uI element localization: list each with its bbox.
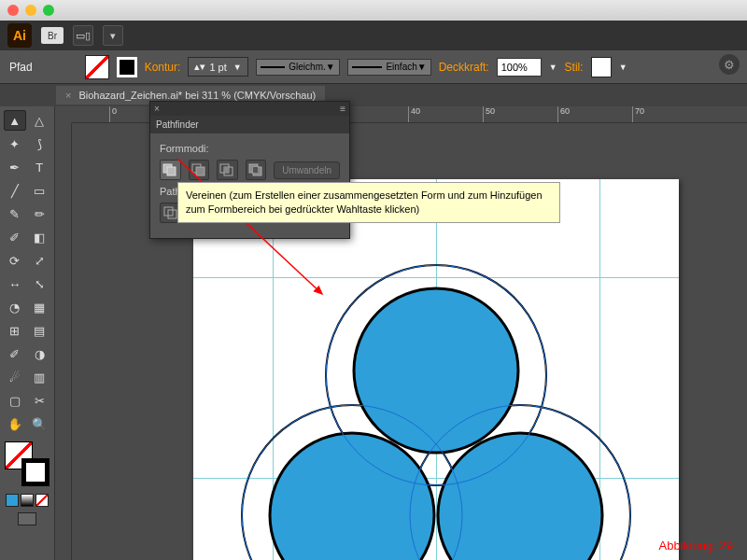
fill-swatch[interactable] [85,55,109,79]
stroke-color-swatch[interactable] [21,458,49,486]
width-profile-label: Gleichm. [289,62,325,72]
lasso-tool[interactable]: ⟆ [29,133,51,154]
close-panel-icon[interactable]: × [154,104,160,114]
style-label: Stil: [565,61,584,74]
stroke-weight-value: 1 pt [209,62,226,73]
selection-type-label: Pfad [9,61,33,74]
pen-tool[interactable]: ✒ [4,157,26,177]
artboard-tool[interactable]: ▢ [4,390,26,411]
window-titlebar [0,0,747,21]
width-profile-dropdown[interactable]: Gleichm.▼ [256,59,340,76]
blob-brush-tool[interactable]: ✐ [4,227,26,247]
window-controls [7,5,54,16]
ruler-tick: 0 [109,106,117,122]
eraser-tool[interactable]: ◧ [29,227,51,247]
stroke-weight-input[interactable]: ▴▾1 pt▼ [188,57,247,77]
direct-selection-tool[interactable]: △ [29,110,50,131]
svg-rect-10 [167,167,176,175]
scale-tool[interactable]: ⤢ [29,250,51,271]
graph-tool[interactable]: ▥ [29,367,51,387]
svg-rect-12 [196,167,204,175]
style-swatch[interactable] [591,57,612,77]
svg-rect-15 [224,167,229,173]
selection-tool[interactable]: ▲ [4,110,26,131]
brush-label: Einfach [386,62,416,72]
bridge-app-icon[interactable]: Br [41,27,63,44]
slice-tool[interactable]: ✂ [29,390,51,411]
color-mode-row [4,494,50,507]
line-tool[interactable]: ╱ [4,180,26,201]
intersect-button[interactable] [217,160,238,180]
rectangle-tool[interactable]: ▭ [29,180,51,201]
close-window-icon[interactable] [7,5,19,16]
hand-tool[interactable]: ✋ [4,413,26,434]
vertical-ruler[interactable] [55,123,72,560]
color-mode-gradient[interactable] [21,494,34,507]
minus-front-button[interactable] [189,160,210,180]
control-bar: Pfad Kontur: ▴▾1 pt▼ Gleichm.▼ Einfach▼ … [0,50,747,84]
panel-menu-icon[interactable]: ≡ [340,104,345,114]
paintbrush-tool[interactable]: ✎ [4,203,26,224]
type-tool[interactable]: T [29,157,51,177]
free-transform-tool[interactable]: ⤡ [29,273,51,294]
fill-stroke-control[interactable] [5,441,49,486]
svg-rect-18 [253,167,258,173]
maximize-window-icon[interactable] [43,5,54,16]
zoom-tool[interactable]: 🔍 [29,413,51,434]
screen-mode-button[interactable] [18,512,36,525]
figure-caption: Abbildung: 29 [658,539,733,553]
document-tab-bar: × Biohazard_Zeichen.ai* bei 311 % (CMYK/… [0,84,747,106]
tooltip: Vereinen (zum Erstellen einer zusammenge… [177,182,560,223]
opacity-input[interactable] [497,58,542,77]
app-bar: Ai Br ▭▯ ▾ [0,21,747,50]
mesh-tool[interactable]: ⊞ [4,320,26,341]
expand-button[interactable]: Umwandeln [274,161,340,179]
arrange-icon[interactable]: ▭▯ [73,25,93,46]
stroke-swatch[interactable] [117,57,137,77]
close-tab-icon[interactable]: × [65,90,71,101]
unite-button[interactable] [160,160,181,180]
stroke-label: Kontur: [145,61,181,74]
ruler-tick: 50 [483,106,495,122]
width-tool[interactable]: ↔ [4,273,26,294]
exclude-button[interactable] [246,160,267,180]
panel-title-bar[interactable]: Pathfinder [150,116,349,133]
opacity-label: Deckkraft: [439,61,489,74]
perspective-tool[interactable]: ▦ [29,297,51,317]
magic-wand-tool[interactable]: ✦ [4,133,26,154]
svg-point-3 [354,288,518,453]
shape-builder-tool[interactable]: ◔ [4,297,26,317]
brush-dropdown[interactable]: Einfach▼ [347,59,431,76]
toolbar: ▲△ ✦⟆ ✒T ╱▭ ✎✏ ✐◧ ⟳⤢ ↔⤡ ◔▦ ⊞▤ ✐◑ ☄▥ ▢✂ ✋… [0,106,55,560]
arrow-down-icon[interactable]: ▾ [103,25,123,46]
pencil-tool[interactable]: ✏ [29,203,51,224]
minimize-window-icon[interactable] [25,5,36,16]
color-mode-none[interactable] [35,494,49,507]
ruler-tick: 60 [557,106,570,122]
shape-modes-label: Formmodi: [160,143,340,154]
ruler-tick: 70 [632,106,644,122]
ruler-tick: 40 [408,106,420,122]
eyedropper-tool[interactable]: ✐ [4,343,26,364]
svg-point-5 [438,433,602,560]
panel-title: Pathfinder [156,119,199,130]
color-mode-solid[interactable] [6,494,19,507]
rotate-tool[interactable]: ⟳ [4,250,26,271]
gear-icon[interactable]: ⚙ [719,54,740,75]
svg-point-4 [270,433,434,560]
illustrator-app-icon[interactable]: Ai [7,23,32,48]
document-title: Biohazard_Zeichen.ai* bei 311 % (CMYK/Vo… [78,90,316,101]
symbol-sprayer-tool[interactable]: ☄ [4,367,26,387]
blend-tool[interactable]: ◑ [29,343,51,364]
gradient-tool[interactable]: ▤ [29,320,51,341]
